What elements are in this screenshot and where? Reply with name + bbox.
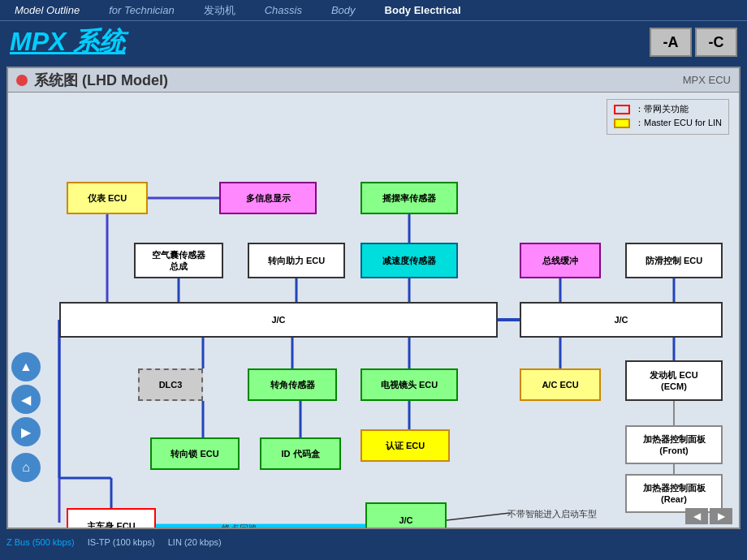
diagram-canvas: ：带网关功能 ：Master ECU for LIN: [8, 93, 739, 528]
ecu-zhuanjiao[interactable]: 转角传感器: [248, 368, 337, 401]
nav-model-outline[interactable]: Model Outline: [0, 0, 94, 20]
status-lin: LIN (20 kbps): [168, 537, 222, 547]
ecu-fadongji[interactable]: 发动机 ECU(ECM): [625, 360, 723, 401]
status-istp: IS-TP (100 kbps): [88, 537, 155, 547]
ecu-zhuanxiang[interactable]: 转向助力 ECU: [248, 243, 345, 278]
annotation-no-smart: 不带智能进入启动车型: [507, 508, 597, 520]
left-nav: ▲ ◀ ▶: [11, 352, 41, 446]
nav-left-arrow[interactable]: ◀: [11, 385, 41, 414]
status-bar: Z Bus (500 kbps) IS-TP (100 kbps) LIN (2…: [0, 532, 747, 552]
ecu-zhucheshen[interactable]: 主车身 ECU: [67, 508, 156, 529]
ecu-renzheng[interactable]: 认证 ECU: [361, 429, 450, 462]
ecu-jiare_front[interactable]: 加热器控制面板(Front): [625, 425, 723, 464]
nav-chassis[interactable]: Chassis: [250, 0, 317, 20]
ecu-container: 仪表 ECU多信息显示摇摆率传感器空气囊传感器总成转向助力 ECU减速度传感器总…: [8, 93, 739, 528]
ecu-id_box[interactable]: ID 代码盒: [260, 437, 341, 470]
diagram-header: 系统图 (LHD Model) MPX ECU: [8, 68, 739, 93]
nav-home-arrow[interactable]: ⌂: [11, 453, 41, 482]
nav-body-electrical[interactable]: Body Electrical: [370, 0, 476, 20]
ecu-kongqi[interactable]: 空气囊传感器总成: [134, 243, 223, 278]
ecu-zongxian[interactable]: 总线缓冲: [520, 243, 601, 278]
nav-home: ⌂: [11, 453, 41, 482]
ecu-ac[interactable]: A/C ECU: [520, 368, 601, 401]
button-c[interactable]: -C: [695, 28, 737, 57]
bottom-arrows: ◀ ▶: [685, 508, 732, 524]
ecu-dianshi[interactable]: 电视镜头 ECU: [361, 368, 458, 401]
diagram-title-right: MPX ECU: [683, 74, 731, 86]
top-navigation: Model Outline for Technician 发动机 Chassis…: [0, 0, 747, 21]
status-zbus: Z Bus (500 kbps): [6, 537, 75, 547]
nav-right-arrow[interactable]: ▶: [11, 417, 41, 446]
page-title: MPX 系统: [10, 24, 125, 60]
button-a[interactable]: -A: [650, 28, 692, 57]
ecu-jc1[interactable]: J/C: [59, 302, 498, 338]
prev-arrow[interactable]: ◀: [685, 508, 708, 524]
ecu-duoxinxi[interactable]: 多信息显示: [219, 182, 317, 214]
nav-engine[interactable]: 发动机: [189, 0, 250, 20]
close-button[interactable]: [16, 75, 28, 86]
ecu-jc2[interactable]: J/C: [520, 302, 723, 338]
title-bar: MPX 系统 -A -C: [0, 21, 747, 63]
ecu-yaobai[interactable]: 摇摆率传感器: [361, 182, 458, 214]
diagram-title: 系统图 (LHD Model): [34, 71, 168, 90]
next-arrow[interactable]: ▶: [710, 508, 732, 524]
ecu-jiansudi[interactable]: 减速度传感器: [361, 243, 458, 278]
ecu-dlc3[interactable]: DLC3: [138, 368, 203, 401]
title-buttons: -A -C: [650, 28, 737, 57]
annotation-endpoint: 终点回路(120 ohm): [219, 523, 260, 529]
nav-up-arrow[interactable]: ▲: [11, 352, 41, 381]
nav-body[interactable]: Body: [317, 0, 370, 20]
ecu-fanghua[interactable]: 防滑控制 ECU: [625, 243, 723, 278]
ecu-zhuanxiangso[interactable]: 转向锁 ECU: [150, 437, 240, 470]
ecu-yibiao[interactable]: 仪表 ECU: [67, 182, 148, 214]
main-content: 系统图 (LHD Model) MPX ECU ：带网关功能 ：Master E…: [6, 67, 741, 529]
nav-for-technician[interactable]: for Technician: [94, 0, 188, 20]
ecu-jc3[interactable]: J/C: [365, 502, 447, 529]
ecu-jiare_rear[interactable]: 加热器控制面板(Rear): [625, 474, 723, 513]
